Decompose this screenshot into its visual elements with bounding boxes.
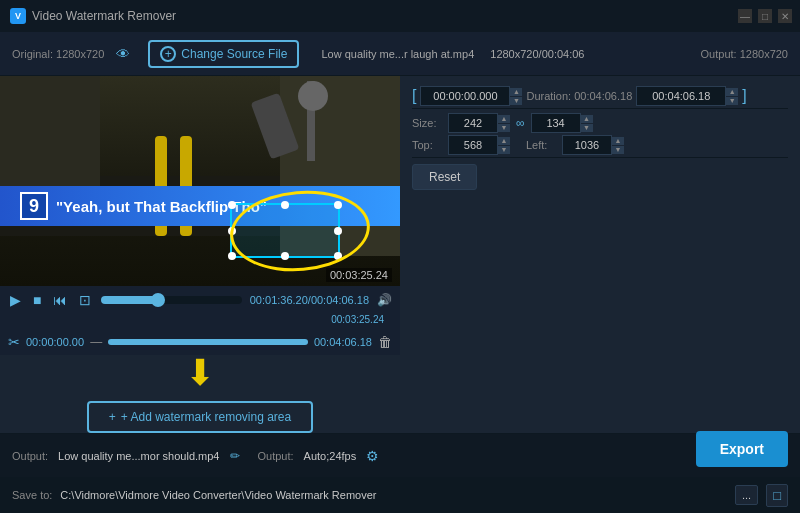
output-file-name: Low quality me...mor should.mp4 xyxy=(58,450,219,462)
height-input-group: ▲ ▼ xyxy=(531,113,593,133)
output-settings-value: Auto;24fps xyxy=(304,450,357,462)
timeline-bar[interactable] xyxy=(101,296,241,304)
settings-gear-icon[interactable]: ⚙ xyxy=(366,448,379,464)
window-controls: — □ ✕ xyxy=(738,0,792,32)
handle-tl[interactable] xyxy=(228,201,236,209)
timeline-progress xyxy=(101,296,157,304)
duration-label: Duration: 00:04:06.18 xyxy=(526,90,632,102)
app-window: V Video Watermark Remover — □ ✕ Original… xyxy=(0,0,800,513)
left-down[interactable]: ▼ xyxy=(612,146,624,154)
right-panel: [ ▲ ▼ Duration: 00:04:06.18 ▲ ▼ xyxy=(400,76,800,433)
save-path-value: C:\Vidmore\Vidmore Video Converter\Video… xyxy=(60,489,727,501)
separator-2 xyxy=(412,157,788,158)
bottom-bar: Output: Low quality me...mor should.mp4 … xyxy=(0,433,800,477)
edit-output-icon[interactable]: ✏ xyxy=(230,449,240,463)
top-label: Top: xyxy=(412,139,442,151)
height-down[interactable]: ▼ xyxy=(581,124,593,132)
volume-icon[interactable]: 🔊 xyxy=(377,293,392,307)
start-time-input-group: ▲ ▼ xyxy=(420,86,522,106)
start-time-up[interactable]: ▲ xyxy=(510,88,522,96)
bracket-left: [ xyxy=(412,87,416,105)
top-input[interactable] xyxy=(448,135,498,155)
app-icon: V xyxy=(10,8,26,24)
change-source-button[interactable]: + Change Source File xyxy=(148,40,299,68)
scissors-icon: ✂ xyxy=(8,334,20,350)
number-badge: 9 xyxy=(20,192,48,220)
start-time-down[interactable]: ▼ xyxy=(510,97,522,105)
bracket-right: ] xyxy=(742,87,746,105)
left-up[interactable]: ▲ xyxy=(612,137,624,145)
output-resolution-label: Output: 1280x720 xyxy=(701,48,788,60)
end-time-input[interactable] xyxy=(636,86,726,106)
left-spinners: ▲ ▼ xyxy=(612,137,624,154)
top-spinners: ▲ ▼ xyxy=(498,137,510,154)
clip-timeline-bar[interactable] xyxy=(108,339,308,345)
down-arrow-icon: ⬇ xyxy=(185,355,215,391)
output-settings-label: Output: xyxy=(258,450,294,462)
export-button[interactable]: Export xyxy=(696,431,788,467)
left-label: Left: xyxy=(526,139,556,151)
video-preview: 9 "Yeah, but That Backflip Tho" xyxy=(0,76,400,286)
left-input-group: ▲ ▼ xyxy=(562,135,624,155)
handle-bl[interactable] xyxy=(228,252,236,260)
left-input[interactable] xyxy=(562,135,612,155)
height-input[interactable] xyxy=(531,113,581,133)
start-time-spinners: ▲ ▼ xyxy=(510,88,522,105)
separator-1 xyxy=(412,108,788,109)
snapshot-button[interactable]: ⊡ xyxy=(77,290,93,310)
video-frame: 9 "Yeah, but That Backflip Tho" xyxy=(0,76,400,286)
file-name-label: Low quality me...r laugh at.mp4 xyxy=(321,48,474,60)
sign-circle xyxy=(298,81,328,111)
delete-clip-button[interactable]: 🗑 xyxy=(378,334,392,350)
link-proportions-icon[interactable]: ∞ xyxy=(516,116,525,130)
more-options-button[interactable]: ... xyxy=(735,485,758,505)
left-column: 9 "Yeah, but That Backflip Tho" xyxy=(0,76,400,433)
plus-circle-icon: + xyxy=(160,46,176,62)
height-spinners: ▲ ▼ xyxy=(581,115,593,132)
toolbar: Original: 1280x720 👁 + Change Source Fil… xyxy=(0,32,800,76)
clip-end-time: 00:04:06.18 xyxy=(314,336,372,348)
size-row: Size: ▲ ▼ ∞ ▲ ▼ xyxy=(412,113,788,133)
end-time-spinners: ▲ ▼ xyxy=(726,88,738,105)
add-area-section: ⬇ + + Add watermark removing area xyxy=(0,355,400,433)
output-file-label: Output: xyxy=(12,450,48,462)
position-row: Top: ▲ ▼ Left: ▲ ▼ xyxy=(412,135,788,155)
minimize-button[interactable]: — xyxy=(738,9,752,23)
clip-separator: — xyxy=(90,335,102,349)
top-up[interactable]: ▲ xyxy=(498,137,510,145)
width-input[interactable] xyxy=(448,113,498,133)
reset-button[interactable]: Reset xyxy=(412,164,477,190)
time-range-row: [ ▲ ▼ Duration: 00:04:06.18 ▲ ▼ xyxy=(412,86,788,106)
width-down[interactable]: ▼ xyxy=(498,124,510,132)
close-button[interactable]: ✕ xyxy=(778,9,792,23)
eye-icon[interactable]: 👁 xyxy=(116,46,130,62)
top-down[interactable]: ▼ xyxy=(498,146,510,154)
title-bar: V Video Watermark Remover — □ ✕ xyxy=(0,0,800,32)
size-label: Size: xyxy=(412,117,442,129)
end-time-up[interactable]: ▲ xyxy=(726,88,738,96)
clip-start-time: 00:00:00.00 xyxy=(26,336,84,348)
top-input-group: ▲ ▼ xyxy=(448,135,510,155)
start-time-input[interactable] xyxy=(420,86,510,106)
width-spinners: ▲ ▼ xyxy=(498,115,510,132)
width-input-group: ▲ ▼ xyxy=(448,113,510,133)
playback-controls: ▶ ■ ⏮ ⊡ 00:01:36.20/00:04:06.18 🔊 xyxy=(8,290,392,310)
open-folder-button[interactable]: □ xyxy=(766,484,788,507)
end-time-down[interactable]: ▼ xyxy=(726,97,738,105)
width-up[interactable]: ▲ xyxy=(498,115,510,123)
skip-start-button[interactable]: ⏮ xyxy=(51,290,69,310)
add-watermark-area-button[interactable]: + + Add watermark removing area xyxy=(87,401,313,433)
maximize-button[interactable]: □ xyxy=(758,9,772,23)
timeline-timestamp-row: 00:03:25.24 xyxy=(8,314,392,325)
stop-button[interactable]: ■ xyxy=(31,290,43,310)
end-time-input-group: ▲ ▼ xyxy=(636,86,738,106)
play-button[interactable]: ▶ xyxy=(8,290,23,310)
app-title: Video Watermark Remover xyxy=(32,9,176,23)
timeline-position-label: 00:03:25.24 xyxy=(331,314,384,325)
add-area-label: + Add watermark removing area xyxy=(121,410,291,424)
scene-background: 9 "Yeah, but That Backflip Tho" xyxy=(0,76,400,286)
timeline-thumb[interactable] xyxy=(151,293,165,307)
duration-label: 1280x720/00:04:06 xyxy=(490,48,584,60)
height-up[interactable]: ▲ xyxy=(581,115,593,123)
video-timestamp: 00:03:25.24 xyxy=(326,268,392,282)
